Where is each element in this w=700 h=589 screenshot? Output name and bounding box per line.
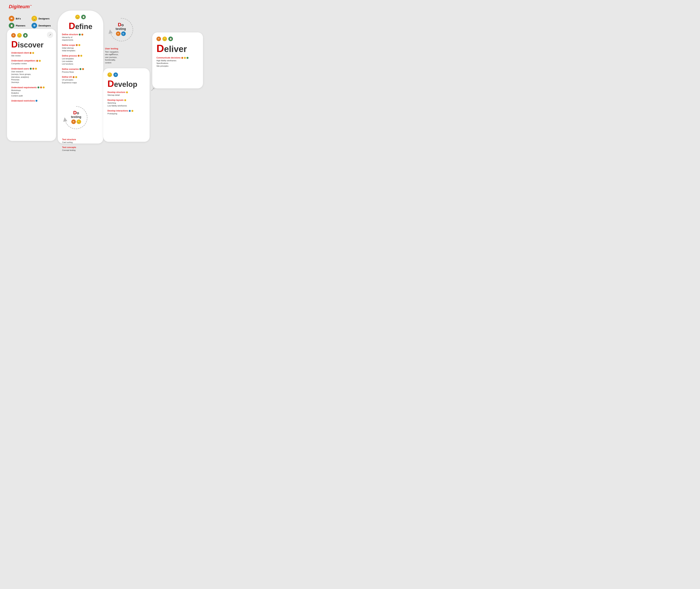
dot-orange — [73, 76, 74, 78]
designers-icon: 💡 — [31, 16, 37, 21]
deliver-title-rest: eliver — [164, 44, 187, 54]
discover-item-users-text: User research (surveys, focus groups, in… — [11, 70, 52, 84]
develop-item-interactions-title: Develop interactions — [107, 110, 146, 112]
dot-yellow — [32, 52, 34, 54]
bas-icon: 👁 — [9, 16, 14, 21]
dot-green — [37, 86, 39, 88]
testing-top-icon-orange: 👁 — [116, 31, 121, 36]
discover-icon-green: 📋 — [23, 33, 28, 38]
dot-yellow — [132, 110, 133, 112]
role-bas: 👁 BA's — [9, 16, 28, 21]
dot-orange — [82, 68, 84, 70]
develop-title: Develop — [107, 79, 146, 88]
dot-yellow — [184, 57, 186, 59]
define-item-structure-title: Define structure — [62, 33, 99, 36]
test-item-structure: Test structure Card sorting — [62, 138, 76, 144]
testing-bottom-icon-orange: 👁 — [71, 120, 76, 124]
testing-bottom-widget: Do testing 👁 💡 — [59, 103, 93, 132]
deliver-title: Deliver — [157, 43, 199, 54]
testing-top-prefix: o — [121, 23, 124, 27]
dot-orange — [32, 68, 34, 70]
testing-top-d: D — [118, 22, 121, 27]
dot-orange — [81, 34, 83, 35]
develop-icon-teal: ⚙ — [113, 72, 118, 77]
testing-bottom-prefix: o — [77, 111, 79, 115]
develop-item-structure: Develop structure Sitemap detail — [107, 91, 146, 96]
dot-yellow — [124, 99, 126, 101]
testing-bottom-d: D — [73, 110, 77, 115]
dot-yellow — [75, 76, 77, 78]
testing-top-sub: testing — [115, 27, 126, 31]
testing-bottom-sub: testing — [71, 115, 81, 119]
define-item-process-text: List templates List modules List functio… — [62, 57, 99, 65]
define-item-process-title: Define process — [62, 55, 99, 57]
test-item-structure-title: Test structure — [62, 138, 76, 141]
develop-item-structure-text: Sitemap detail — [107, 94, 146, 96]
define-title-rest: efine — [75, 22, 92, 31]
dot-yellow — [43, 86, 45, 88]
discover-icons: 👁 💡 📋 — [11, 33, 52, 38]
logo-trademark: ™ — [30, 5, 32, 7]
bas-label: BA's — [16, 17, 21, 20]
role-planners: 📋 Planners — [9, 23, 28, 28]
test-item-concepts: Test concepts Concept testing — [62, 146, 76, 152]
test-item-structure-text: Card sorting — [62, 141, 76, 144]
planners-label: Planners — [16, 24, 25, 27]
dot-green — [79, 68, 81, 70]
dot-yellow — [35, 68, 37, 70]
define-item-structure: Define structure Hierarchy of requiremen… — [62, 33, 99, 41]
develop-item-layouts-title: Develop layouts — [107, 99, 146, 102]
testing-top-label: Do testing 👁 ⚙ — [115, 22, 126, 36]
discover-icon-orange: 👁 — [11, 33, 16, 38]
test-item-concepts-title: Test concepts — [62, 146, 76, 149]
define-item-scenarios-text: Process flows — [62, 71, 99, 73]
discover-item-competitors: Understand competitors Competitor review — [11, 59, 52, 65]
dot-teal — [129, 110, 131, 112]
logo: Digiteum™ — [9, 4, 32, 9]
define-title-d: D — [69, 21, 75, 31]
designers-label: Designers — [38, 17, 49, 20]
define-item-scenarios-title: Define scenarios — [62, 68, 99, 70]
testing-bottom-icons: 👁 💡 — [71, 120, 81, 124]
develop-title-rest: evelop — [114, 80, 138, 88]
define-item-scope-title: Define scope — [62, 44, 99, 46]
testing-top-widget: Do testing 👁 ⚙ — [105, 16, 137, 44]
define-item-ux-text: UX principles Experience maps — [62, 78, 99, 84]
dot-yellow — [126, 91, 128, 93]
planners-icon: 📋 — [9, 23, 14, 28]
dot-yellow — [39, 60, 41, 62]
dot-green — [187, 57, 189, 59]
logo-text: Digiteum — [9, 4, 30, 9]
deliver-card: 👁 💡 📋 Deliver Communicate decisions High… — [152, 32, 203, 88]
discover-item-restrictions-title: Understand restrictions — [11, 100, 52, 102]
dot-green — [30, 68, 32, 70]
test-items-section: Test structure Card sorting Test concept… — [62, 138, 76, 154]
define-title: Define — [62, 21, 99, 30]
testing-bottom-circle: Do testing 👁 💡 — [62, 103, 91, 132]
testing-top-circle: Do testing 👁 ⚙ — [107, 16, 135, 44]
role-designers: 💡 Designers — [31, 16, 51, 21]
deliver-icon-orange: 👁 — [157, 37, 161, 41]
discover-arrow[interactable]: ➚ — [47, 32, 53, 38]
discover-item-requirements-text: Workshops Analytics Content audit — [11, 89, 52, 97]
testing-bottom-title: Do — [71, 110, 81, 115]
deliver-icons: 👁 💡 📋 — [157, 37, 199, 41]
define-item-scope: Define scope Initial sitemap Initial tem… — [62, 44, 99, 52]
dot-orange — [40, 86, 42, 88]
dot-orange — [36, 60, 38, 62]
discover-icon-yellow: 💡 — [17, 33, 22, 38]
discover-item-competitors-title: Understand competitors — [11, 59, 52, 62]
develop-item-layouts: Develop layouts Sketching Low fidelity w… — [107, 99, 146, 107]
define-icon-yellow: 💡 — [75, 15, 80, 19]
developers-icon: ⚙ — [31, 23, 37, 28]
testing-bottom-icon-yellow: 💡 — [76, 120, 81, 124]
discover-item-users-title: Understand users — [11, 67, 52, 70]
user-testing-section: User testing Test: navigation, site expe… — [105, 47, 137, 64]
develop-card: 💡 ⚙ Develop Develop structure Sitemap de… — [103, 68, 150, 142]
discover-item-client: Understand client Site review — [11, 52, 52, 57]
testing-bottom-label: Do testing 👁 💡 — [71, 110, 81, 124]
develop-title-d: D — [107, 78, 114, 89]
discover-title-d: D — [11, 39, 18, 49]
dot-yellow — [80, 55, 82, 57]
develop-item-interactions: Develop interactions Prototyping — [107, 110, 146, 115]
